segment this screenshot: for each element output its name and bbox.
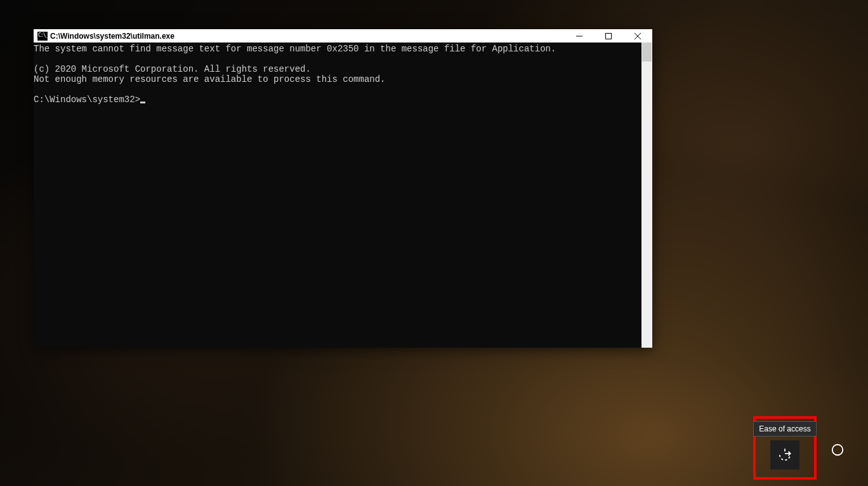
maximize-button[interactable]	[594, 29, 623, 43]
window-title: C:\Windows\system32\utilman.exe	[50, 32, 174, 41]
console-line: (c) 2020 Microsoft Corporation. All righ…	[34, 64, 311, 74]
vertical-scrollbar[interactable]	[641, 43, 652, 348]
cmd-icon	[37, 32, 48, 41]
ease-of-access-button[interactable]	[770, 440, 799, 470]
power-button[interactable]	[823, 435, 852, 464]
ease-of-access-tooltip: Ease of access	[753, 421, 816, 437]
window-titlebar[interactable]: C:\Windows\system32\utilman.exe	[34, 29, 652, 43]
scrollbar-thumb[interactable]	[642, 43, 652, 62]
lockscreen-background: C:\Windows\system32\utilman.exe The syst…	[0, 0, 868, 486]
command-prompt-window: C:\Windows\system32\utilman.exe The syst…	[34, 29, 652, 348]
svg-rect-1	[606, 33, 612, 39]
close-button[interactable]	[623, 29, 652, 43]
svg-point-5	[832, 445, 843, 456]
login-corner-controls: Ease of access	[753, 416, 852, 480]
console-output[interactable]: The system cannot find message text for …	[34, 43, 641, 348]
text-cursor	[140, 102, 145, 103]
console-prompt: C:\Windows\system32>	[34, 95, 140, 105]
console-line: The system cannot find message text for …	[34, 44, 556, 54]
annotation-highlight: Ease of access	[753, 416, 817, 480]
window-client-area: The system cannot find message text for …	[34, 43, 652, 348]
minimize-button[interactable]	[565, 29, 594, 43]
console-line: Not enough memory resources are availabl…	[34, 74, 386, 84]
